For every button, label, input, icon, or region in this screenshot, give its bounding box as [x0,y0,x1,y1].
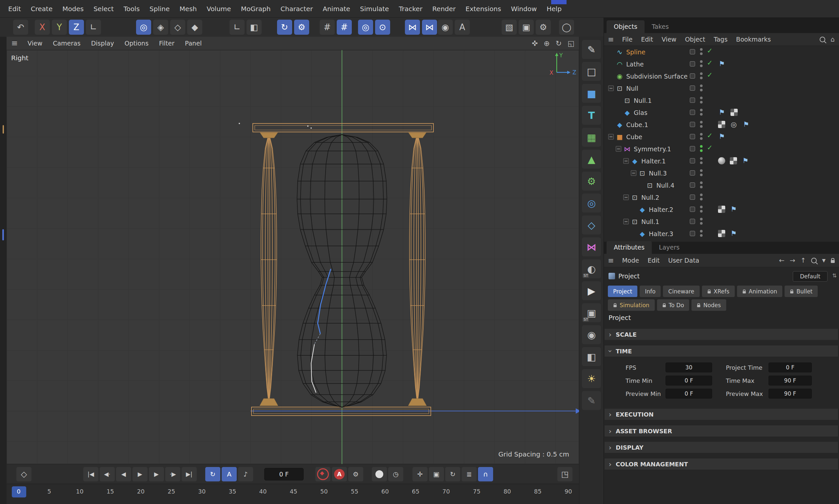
forward-arrow-icon[interactable]: → [790,256,795,264]
play-button[interactable]: ▶ [133,467,148,481]
visibility-dots[interactable] [700,194,703,201]
project-time-field[interactable]: 0 F [769,362,812,372]
flag-tag-icon[interactable]: ⚑ [718,133,726,141]
expander-icon[interactable]: − [608,134,614,140]
prev-key-button[interactable]: ◀· [100,467,115,481]
ruler-tick-40[interactable]: 40 [259,488,267,495]
tree-row-subdivision-surface[interactable]: ◉Subdivision Surface✓ [604,70,839,82]
tree-row-null-3[interactable]: −⊡Null.3 [604,167,839,179]
layer-toggle[interactable] [690,182,695,188]
goto-start-button[interactable]: |◀ [83,467,98,481]
menu-mesh[interactable]: Mesh [175,5,202,13]
am-menu-edit[interactable]: Edit [643,257,664,264]
visibility-dots[interactable] [700,230,703,238]
om-menu-bookmarks[interactable]: Bookmarks [732,36,775,43]
current-frame-field[interactable]: 0 F [264,468,304,481]
mode-tab-project[interactable]: Project [608,286,637,297]
layer-toggle[interactable] [690,134,695,139]
symmetry-tool[interactable]: ⋈ [582,237,601,256]
primitives-tool[interactable]: ▲ [582,150,601,169]
expander-icon[interactable]: − [631,170,636,176]
layer-toggle[interactable] [690,110,695,115]
section-execution[interactable]: ›EXECUTION [604,409,838,420]
tree-row-null[interactable]: −⊡Null [604,82,839,94]
remesh-tool[interactable]: ⚙ [582,172,601,191]
goto-end-button[interactable]: ▶| [182,467,197,481]
ring-settings-button[interactable]: ⊙ [375,20,390,35]
fps-field[interactable]: 30 [666,362,712,372]
edges-mode-button[interactable]: ◇ [170,20,185,35]
coord-system-button[interactable]: ∟ [86,20,101,35]
time-min-field[interactable]: 0 F [666,376,712,385]
loop-button[interactable]: ↻ [205,467,220,481]
pen-tool[interactable]: ✎ [582,40,601,59]
layer-toggle[interactable] [690,146,695,151]
orbit-icon[interactable]: ↻ [556,39,562,48]
visibility-dots[interactable] [700,109,703,116]
search-icon[interactable] [811,258,817,263]
ruler-tick-15[interactable]: 15 [106,488,114,495]
flag-tag-icon[interactable]: ⚑ [718,108,726,116]
playblast-tool[interactable]: ▶ [582,281,601,300]
cube-primitive-tool[interactable]: ■ [582,84,601,103]
menu-create[interactable]: Create [26,5,57,13]
annotation-button[interactable]: A [455,20,470,35]
tree-row-null-1[interactable]: −⊡Null.1 [604,215,839,228]
expander-icon[interactable]: − [623,219,629,224]
phong-tag-icon[interactable] [718,157,725,164]
tree-row-halter-2[interactable]: ◆Halter.2⚑ [604,203,839,215]
grid-button[interactable]: # [320,20,335,35]
ruler-tick-50[interactable]: 50 [320,488,328,495]
layer-toggle[interactable] [690,97,695,103]
menu-modes[interactable]: Modes [57,5,88,13]
home-icon[interactable]: ⌂ [831,35,835,43]
deformer-tool[interactable]: ◎ [582,194,601,213]
mode-tab-animation[interactable]: Animation [737,286,783,297]
points-mode-button[interactable]: ◈ [153,20,168,35]
z-lock-button[interactable]: Z [69,20,84,35]
viewport-menu-options[interactable]: Options [119,40,154,47]
record-scale-button[interactable]: ▣ [429,467,444,481]
time-max-field[interactable]: 90 F [769,376,812,385]
visibility-dots[interactable] [700,145,703,153]
menu-tracker[interactable]: Tracker [394,5,427,13]
am-menu-user-data[interactable]: User Data [664,257,704,264]
mode-tab-nodes[interactable]: Nodes [691,299,726,311]
layer-toggle[interactable] [690,158,695,163]
tab-objects[interactable]: Objects [606,20,645,33]
tree-row-cube-1[interactable]: ◆Cube.1◎⚑ [604,119,839,131]
visibility-dots[interactable] [700,85,703,92]
ruler-tick-20[interactable]: 20 [137,488,144,495]
visibility-dots[interactable] [700,72,703,80]
layer-toggle[interactable] [690,231,695,236]
sort-arrows-icon[interactable]: ⇅ [833,272,837,279]
render-picture-viewer-button[interactable]: ▣ [519,20,534,35]
am-menu-mode[interactable]: Mode [618,257,643,264]
tab-layers[interactable]: Layers [652,241,687,254]
sound-button[interactable]: ♪ [238,467,253,481]
subdivision-surface-tool[interactable]: ▦ [582,128,601,147]
visibility-dots[interactable] [700,218,703,226]
filter-icon[interactable]: ▼ [822,258,825,263]
enabled-check-icon[interactable]: ✓ [707,144,713,151]
expander-icon[interactable]: − [623,158,629,164]
zoom-icon[interactable]: ⊕ [544,39,549,48]
render-settings-button[interactable]: ⚙ [536,20,551,35]
camera-orbit-tool[interactable]: ◉ [582,325,601,344]
section-color-management[interactable]: ›COLOR MANAGEMENT [604,458,838,470]
prev-frame-button[interactable]: ◀ [116,467,131,481]
tree-row-null-1[interactable]: ⊡Null.1 [604,94,839,106]
visibility-dots[interactable] [700,206,703,214]
autokey-button[interactable]: A [332,467,347,481]
visibility-dots[interactable] [700,60,703,68]
mode-tab-cineware[interactable]: Cineware [663,286,699,297]
menu-render[interactable]: Render [428,5,461,13]
viewport-menu-panel[interactable]: Panel [180,40,207,47]
x-lock-button[interactable]: X [35,20,50,35]
record-position-button[interactable]: ✛ [412,467,428,481]
keyframe-settings-button[interactable]: ⚙ [348,467,363,481]
viewport-menu-cameras[interactable]: Cameras [48,40,86,47]
expander-icon[interactable]: − [623,195,629,200]
tree-row-cube[interactable]: −■Cube✓⚑ [604,131,839,143]
menu-mograph[interactable]: MoGraph [236,5,276,13]
